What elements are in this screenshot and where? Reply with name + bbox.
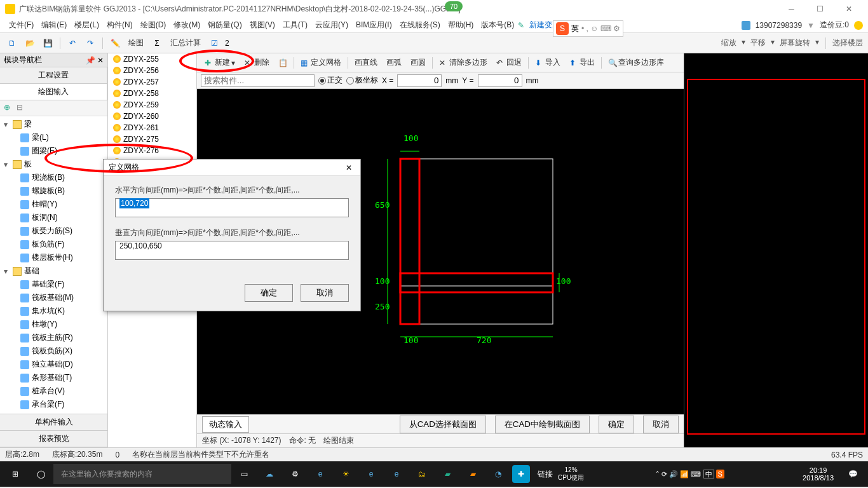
edge-icon[interactable]: e (309, 463, 332, 485)
tree-item[interactable]: 集水坑(K) (0, 304, 107, 318)
tree-item[interactable]: 基础梁(F) (0, 278, 107, 291)
app-orange-icon[interactable]: ▰ (461, 463, 484, 485)
dynamic-input-button[interactable]: 动态输入 (202, 416, 249, 433)
menu-help[interactable]: 帮助(H) (444, 20, 478, 30)
ime-bar[interactable]: S 英 • , ☺ ⌨ ⚙ (553, 20, 623, 37)
dialog-ok-button[interactable]: 确定 (245, 284, 293, 302)
summary-label[interactable]: 汇总计算 (168, 37, 203, 48)
define-grid-button[interactable]: ▦定义网格 (297, 56, 345, 69)
right-viewport[interactable] (684, 53, 868, 447)
draw-icon[interactable]: ✏️ (108, 36, 122, 50)
tree-item[interactable]: 筏板基础(M) (0, 291, 107, 304)
app-2-icon[interactable]: ⚙ (283, 463, 306, 485)
tree-item[interactable]: 螺旋板(B) (0, 184, 107, 198)
component-item[interactable]: ZDYX-256 (108, 65, 196, 76)
tree-item[interactable]: 筏板负筋(X) (0, 344, 107, 358)
save-icon[interactable]: 💾 (41, 36, 55, 50)
tree-group[interactable]: ▾梁 (0, 118, 107, 131)
cancel-button[interactable]: 取消 (643, 416, 679, 433)
ie-icon[interactable]: e (385, 463, 408, 485)
undo-button[interactable]: ↶回退 (492, 56, 526, 69)
import-button[interactable]: ⬇导入 (531, 56, 564, 69)
y-input[interactable] (478, 74, 522, 87)
tab-single-input[interactable]: 单构件输入 (0, 414, 107, 431)
tree-item[interactable]: 圈梁(E) (0, 144, 107, 158)
task-view-icon[interactable]: ▭ (233, 463, 255, 485)
dialog-close-button[interactable]: ✕ (342, 161, 355, 174)
notification-icon[interactable]: 💬 (841, 463, 864, 485)
horizontal-input[interactable]: 100,720 (115, 198, 349, 217)
close-button[interactable]: ✕ (834, 0, 863, 18)
app-1-icon[interactable]: ☁ (258, 463, 281, 485)
pin-icon[interactable]: 📌 ✕ (86, 56, 104, 65)
tray-up-icon[interactable]: ˄ (656, 470, 660, 478)
in-cad-button[interactable]: 在CAD中绘制截面图 (495, 416, 590, 433)
tree-item[interactable]: 桩承台(V) (0, 384, 107, 398)
app-3-icon[interactable]: ☀ (334, 463, 357, 485)
query-button[interactable]: 🔍查询多边形库 (604, 56, 668, 69)
tree-group[interactable]: ▾基础 (0, 264, 107, 278)
clear-polygon-button[interactable]: ✕清除多边形 (435, 56, 491, 69)
menu-component[interactable]: 构件(N) (103, 20, 137, 30)
tree-item[interactable]: 条形基础(T) (0, 371, 107, 384)
menu-online[interactable]: 在线服务(S) (396, 20, 444, 30)
new-file-icon[interactable]: 🗋 (5, 36, 19, 50)
app-plus-icon[interactable]: ✚ (512, 465, 530, 483)
component-item[interactable]: ZDYX-257 (108, 76, 196, 88)
menu-edit[interactable]: 编辑(E) (37, 20, 71, 30)
tab-project-settings[interactable]: 工程设置 (0, 67, 107, 83)
dialog-cancel-button[interactable]: 取消 (301, 284, 349, 302)
menu-view[interactable]: 视图(V) (246, 20, 279, 30)
menu-modify[interactable]: 修改(M) (170, 20, 204, 30)
component-item[interactable]: ZDYX-275 (108, 133, 196, 145)
tray-network-icon[interactable]: 📶 (680, 470, 689, 478)
export-button[interactable]: ⬆导出 (566, 56, 599, 69)
tab-draw-input[interactable]: 绘图输入 (0, 84, 107, 100)
ok-button[interactable]: 确定 (599, 416, 634, 433)
component-item[interactable]: ZDYX-259 (108, 99, 196, 111)
vertical-input[interactable]: 250,100,650 (115, 241, 349, 260)
component-item[interactable]: ZDYX-260 (108, 111, 196, 122)
from-cad-button[interactable]: 从CAD选择截面图 (400, 416, 486, 433)
new-button[interactable]: ✚新建▾ (201, 56, 239, 69)
component-tree[interactable]: ▾梁梁(L)圈梁(E)▾板现浇板(B)螺旋板(B)柱帽(Y)板洞(N)板受力筋(… (0, 116, 107, 414)
cortana-icon[interactable]: ◯ (29, 463, 52, 485)
menu-rebar[interactable]: 钢筋量(Q) (204, 20, 245, 30)
select-floor[interactable]: 选择楼层 (832, 37, 863, 49)
app-green-icon[interactable]: ▰ (436, 463, 459, 485)
menu-tools[interactable]: 工具(T) (279, 20, 311, 30)
taskbar[interactable]: ⊞ ◯ 在这里输入你要搜索的内容 ▭ ☁ ⚙ e ☀ e e 🗂 ▰ ▰ ◔ ✚… (0, 461, 868, 487)
tray-keyboard-icon[interactable]: ⌨ (691, 470, 701, 478)
tray-sound-icon[interactable]: 🔊 (669, 470, 678, 478)
tab-report-preview[interactable]: 报表预览 (0, 431, 107, 447)
tree-group[interactable]: ▾板 (0, 158, 107, 171)
menu-floor[interactable]: 楼层(L) (71, 20, 103, 30)
maximize-button[interactable]: ☐ (806, 0, 834, 18)
menu-cloud[interactable]: 云应用(Y) (311, 20, 352, 30)
minimize-button[interactable]: ─ (777, 0, 806, 18)
tray-ime[interactable]: 中 (703, 470, 714, 478)
menu-file[interactable]: 文件(F) (5, 20, 37, 30)
check-icon[interactable]: ☑ (207, 36, 221, 50)
start-button[interactable]: ⊞ (4, 463, 27, 485)
tree-item[interactable]: 板受力筋(S) (0, 224, 107, 238)
tree-item[interactable]: 筏板主筋(R) (0, 331, 107, 344)
open-file-icon[interactable]: 📂 (23, 36, 37, 50)
tree-item[interactable]: 梁(L) (0, 131, 107, 144)
tree-item[interactable]: 柱帽(Y) (0, 198, 107, 211)
menu-draw[interactable]: 绘图(D) (137, 20, 170, 30)
user-phone[interactable]: 13907298339 (756, 21, 802, 30)
pan-tool[interactable]: 平移 (750, 37, 766, 49)
delete-button[interactable]: ✕删除 (240, 56, 273, 69)
tree-item[interactable]: 板洞(N) (0, 211, 107, 224)
explorer-icon[interactable]: 🗂 (410, 463, 433, 485)
undo-icon[interactable]: ↶ (65, 36, 79, 50)
taskbar-clock[interactable]: 20:19 2018/8/13 (796, 466, 840, 482)
search-input[interactable] (201, 74, 315, 87)
polar-radio[interactable]: 极坐标 (346, 75, 378, 86)
menu-version[interactable]: 版本号(B) (477, 20, 518, 30)
draw-circle-button[interactable]: 画圆 (407, 56, 430, 69)
tree-item[interactable]: 柱墩(Y) (0, 318, 107, 331)
zoom-tool[interactable]: 缩放 (721, 37, 736, 49)
ortho-radio[interactable]: 正交 (318, 75, 342, 86)
